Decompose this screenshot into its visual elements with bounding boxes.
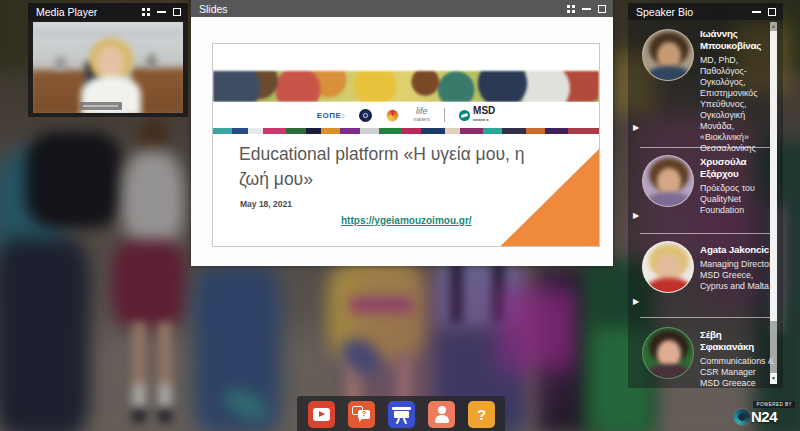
- speaker-bio-text: MD, PhD, Παθολόγος-Ογκολόγος, Επιστημονι…: [700, 55, 774, 154]
- slide-url: https://ygeiamouzoimou.gr/: [341, 215, 472, 226]
- speaker-entry: Σέβη Σφακιανάκη Communications & CSR Man…: [700, 329, 774, 389]
- scroll-up-button[interactable]: ▲: [770, 22, 777, 31]
- maximize-icon[interactable]: [598, 5, 606, 13]
- slides-title: Slides: [191, 3, 228, 15]
- on24-logo-text: N24: [751, 408, 777, 425]
- speaker-name: Ιωάννης Μπουκοβίνας: [700, 28, 774, 52]
- bio-scrollbar: ▲ ▼: [770, 22, 777, 384]
- msd-logo: MSD■■■■■ ■: [459, 106, 495, 124]
- slide-title: Educational platform «Η υγεία μου, η ζωή…: [239, 142, 529, 192]
- speaker-bio-icon[interactable]: [428, 401, 455, 428]
- speaker-bio-title: Speaker Bio: [628, 6, 693, 18]
- maximize-icon[interactable]: [173, 8, 181, 16]
- eope-logo: ΕΟΠΕ≡: [317, 111, 346, 120]
- console-toolbar: ? ?: [297, 396, 505, 431]
- webcam-video[interactable]: [33, 22, 183, 113]
- navy-circle-logo: [359, 109, 372, 122]
- webcast-console: Media Player Slides: [0, 0, 800, 431]
- speaker-entry: Ιωάννης Μπουκοβίνας MD, PhD, Παθολόγος-Ο…: [700, 28, 774, 154]
- on24-branding: POWERED BY N24: [734, 401, 796, 427]
- media-player-title: Media Player: [28, 6, 97, 18]
- on24-logo-icon: [734, 409, 750, 425]
- slide-mosaic-strip: [213, 128, 599, 134]
- slides-window: Slides ΕΟΠΕ≡ lifematters MSD■■■■■ ■: [191, 0, 613, 266]
- speaker-bio-titlebar[interactable]: Speaker Bio: [628, 3, 783, 20]
- speaker-entry: Agata Jakoncic Managing Director MSD Gre…: [700, 244, 774, 292]
- slides-titlebar[interactable]: Slides: [191, 0, 613, 17]
- divider: [640, 233, 774, 234]
- speaker-entry: Χρυσούλα Εξάρχου Πρόεδρος του QualityNet…: [700, 156, 774, 216]
- media-player-titlebar[interactable]: Media Player: [28, 3, 188, 20]
- current-slide: ΕΟΠΕ≡ lifematters MSD■■■■■ ■ Educational…: [212, 43, 600, 247]
- speaker-avatar: [642, 155, 694, 207]
- speaker-name: Σέβη Σφακιανάκη: [700, 329, 774, 353]
- divider: [640, 147, 774, 148]
- speaker-bio-window: Speaker Bio Ιωάννης Μπουκοβίνας MD, PhD,…: [628, 3, 783, 388]
- speaker-bio-text: Communications & CSR Manager MSD Greeace: [700, 356, 774, 389]
- speaker-bio-text: Managing Director MSD Greece, Cyprus and…: [700, 259, 774, 292]
- slides-icon[interactable]: [388, 401, 415, 428]
- divider: [640, 317, 774, 318]
- play-bio-button[interactable]: ▶: [633, 123, 643, 132]
- drag-grid-icon[interactable]: [567, 5, 575, 13]
- media-player-icon[interactable]: [308, 401, 335, 428]
- life-matters-logo: lifematters: [413, 107, 430, 123]
- help-icon[interactable]: ?: [468, 401, 495, 428]
- slide-date: May 18, 2021: [240, 199, 292, 209]
- speaker-avatar: [642, 241, 694, 293]
- minimize-icon[interactable]: [157, 11, 166, 13]
- speaker-name: Χρυσούλα Εξάρχου: [700, 156, 774, 180]
- slide-banner-photo: [213, 71, 599, 102]
- scroll-thumb[interactable]: [770, 31, 777, 321]
- drag-grid-icon[interactable]: [142, 8, 150, 16]
- speaker-avatar: [642, 327, 694, 379]
- minimize-icon[interactable]: [752, 11, 761, 13]
- media-player-window: Media Player: [28, 3, 188, 117]
- speaker-avatar: [642, 29, 694, 81]
- presenter-name-tag: [79, 102, 122, 110]
- color-circle-logo: [386, 109, 399, 122]
- play-bio-button[interactable]: ▶: [633, 211, 643, 220]
- speaker-name: Agata Jakoncic: [700, 244, 774, 256]
- powered-by-label: POWERED BY: [753, 401, 795, 408]
- play-bio-button[interactable]: ▶: [633, 297, 643, 306]
- qa-icon[interactable]: ?: [348, 401, 375, 428]
- slide-logo-strip: ΕΟΠΕ≡ lifematters MSD■■■■■ ■: [213, 102, 599, 128]
- maximize-icon[interactable]: [768, 8, 776, 16]
- speaker-bio-text: Πρόεδρος του QualityNet Foundation: [700, 183, 774, 216]
- minimize-icon[interactable]: [582, 8, 591, 10]
- scroll-down-button[interactable]: ▼: [770, 373, 777, 384]
